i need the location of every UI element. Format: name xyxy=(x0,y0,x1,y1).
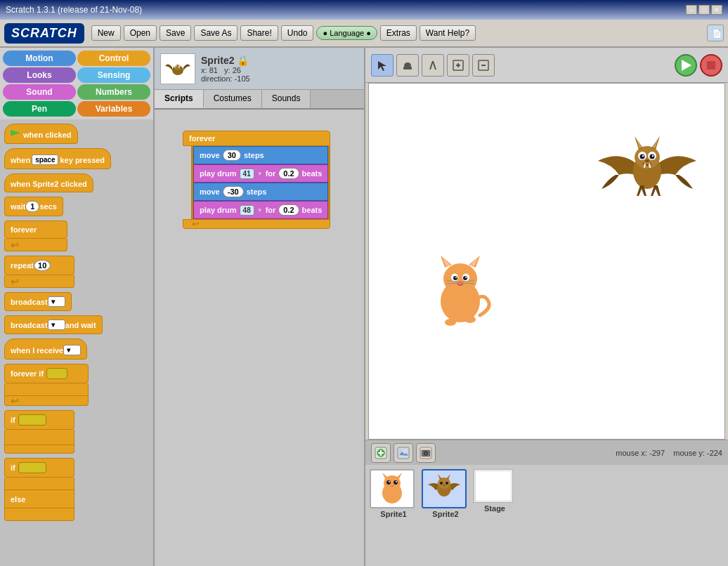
play-drum1-block[interactable]: play drum 41 ▼ for 0.2 beats xyxy=(193,164,328,183)
forever-inner: move 30 steps play drum 41 ▼ for 0.2 bea… xyxy=(191,146,330,219)
extras-button[interactable]: Extras xyxy=(380,25,417,41)
broadcast-block[interactable]: broadcast ▾ xyxy=(4,292,72,311)
sprite-name: Sprite2 xyxy=(201,55,234,66)
wait-label: wait xyxy=(11,202,25,211)
help-button[interactable]: Want Help? xyxy=(420,25,476,41)
green-flag-button[interactable] xyxy=(675,54,697,77)
move2-block[interactable]: move -30 steps xyxy=(193,183,328,201)
svg-point-74 xyxy=(438,478,450,489)
grow-tool-button[interactable] xyxy=(447,54,469,77)
window-title: Scratch 1.3.1 (release of 21-Nov-08) xyxy=(6,5,142,15)
play-drum1-label: play drum xyxy=(200,169,237,178)
forever-script-label: forever xyxy=(189,134,215,143)
x-label: x: xyxy=(201,66,207,74)
receive-dropdown[interactable]: ▾ xyxy=(63,345,81,355)
drum1-beats-input[interactable]: 0.2 xyxy=(278,168,299,179)
category-numbers[interactable]: Numbers xyxy=(77,84,150,100)
save-button[interactable]: Save xyxy=(160,25,191,41)
forever-if-block[interactable]: forever if xyxy=(4,364,89,383)
cut-tool-button[interactable] xyxy=(422,54,444,77)
block-row-if-else: if else xyxy=(4,458,149,521)
play-drum2-unit: beats xyxy=(302,206,323,214)
stop-button[interactable] xyxy=(700,54,722,77)
svg-point-79 xyxy=(440,482,443,485)
drum2-beats-input[interactable]: 0.2 xyxy=(278,204,299,216)
play-drum1-unit: beats xyxy=(302,169,323,178)
forever-script-group: forever move 30 steps play drum 41 ▼ xyxy=(183,131,330,229)
wait-input[interactable]: 1 xyxy=(25,201,39,212)
share-button[interactable]: Share! xyxy=(240,25,278,41)
when-clicked-block[interactable]: when clicked xyxy=(4,124,78,144)
shrink-tool-button[interactable] xyxy=(472,54,495,77)
move2-input[interactable]: -30 xyxy=(223,186,244,197)
stamp-tool-button[interactable] xyxy=(396,54,419,77)
undo-button[interactable]: Undo xyxy=(281,25,314,41)
stage-canvas[interactable] xyxy=(368,83,725,440)
drum2-dropdown[interactable]: 48 xyxy=(240,205,254,216)
forever-arrow-icon: ↩ xyxy=(11,239,19,251)
block-row-when-clicked: when clicked xyxy=(4,124,149,144)
save-as-button[interactable]: Save As xyxy=(194,25,238,41)
forever-script-top[interactable]: forever xyxy=(183,131,330,146)
svg-line-13 xyxy=(433,61,436,70)
broadcast-and-wait-block[interactable]: broadcast ▾ and wait xyxy=(4,315,103,334)
sprite2-item[interactable]: Sprite2 xyxy=(422,469,469,518)
svg-rect-57 xyxy=(378,452,384,454)
else-block: else xyxy=(4,490,74,508)
play-drum2-block[interactable]: play drum 48 ▼ for 0.2 beats xyxy=(193,201,328,219)
category-pen[interactable]: Pen xyxy=(3,101,76,117)
category-control[interactable]: Control xyxy=(77,51,150,66)
new-button[interactable]: New xyxy=(91,25,121,41)
svg-point-71 xyxy=(396,481,397,482)
drum1-dropdown[interactable]: 41 xyxy=(240,169,254,179)
broadcast-dropdown[interactable]: ▾ xyxy=(48,296,65,307)
forever-if-arrow-icon: ↩ xyxy=(11,395,19,407)
move1-block[interactable]: move 30 steps xyxy=(193,146,328,164)
svg-point-32 xyxy=(459,282,462,284)
new-sprite-paint-button[interactable] xyxy=(371,443,391,463)
when-sprite-clicked-label: when Sprite2 clicked xyxy=(11,180,87,188)
new-sprite-camera-button[interactable] xyxy=(416,443,436,463)
tab-sounds[interactable]: Sounds xyxy=(262,90,311,108)
repeat-input[interactable]: 10 xyxy=(34,260,51,271)
category-sensing[interactable]: Sensing xyxy=(77,67,150,83)
block-row-forever-if: forever if ↩ xyxy=(4,364,149,406)
sprites-toolbar: mouse x: -297 mouse y: -224 xyxy=(365,440,728,465)
when-receive-block[interactable]: when I receive ▾ xyxy=(4,338,87,360)
tab-scripts[interactable]: Scripts xyxy=(155,90,204,108)
move1-input[interactable]: 30 xyxy=(223,150,241,161)
window-controls[interactable]: − □ ✕ xyxy=(686,5,722,15)
stage-item[interactable]: Stage xyxy=(474,469,516,513)
help-icon[interactable]: 📄 xyxy=(707,25,724,41)
new-sprite-browse-button[interactable] xyxy=(394,443,413,463)
wait-block[interactable]: wait 1 secs xyxy=(4,197,63,216)
broadcast-wait-dropdown[interactable]: ▾ xyxy=(48,320,65,330)
when-sprite-clicked-block[interactable]: when Sprite2 clicked xyxy=(4,173,93,192)
arrow-tool-button[interactable] xyxy=(371,54,394,77)
language-button[interactable]: ● Language ● xyxy=(316,26,377,40)
scripts-canvas[interactable]: forever move 30 steps play drum 41 ▼ xyxy=(155,110,364,566)
sprite1-item[interactable]: Sprite1 xyxy=(370,469,417,518)
svg-text:📄: 📄 xyxy=(712,28,721,39)
block-row-receive: when I receive ▾ xyxy=(4,338,149,360)
category-variables[interactable]: Variables xyxy=(77,101,150,117)
tab-costumes[interactable]: Costumes xyxy=(204,90,262,108)
sprite-thumbnail xyxy=(160,53,195,84)
close-button[interactable]: ✕ xyxy=(711,5,722,15)
minimize-button[interactable]: − xyxy=(686,5,697,15)
key-dropdown[interactable]: space xyxy=(32,154,58,165)
svg-rect-15 xyxy=(457,63,459,67)
category-looks[interactable]: Looks xyxy=(3,67,76,83)
category-sound[interactable]: Sound xyxy=(3,84,76,100)
forever-block[interactable]: forever xyxy=(4,221,67,239)
maximize-button[interactable]: □ xyxy=(698,5,710,15)
repeat-block[interactable]: repeat 10 xyxy=(4,256,74,275)
when-key-block[interactable]: when space key pressed xyxy=(4,148,111,169)
if-else-block[interactable]: if xyxy=(4,458,74,478)
if-block[interactable]: if xyxy=(4,410,74,430)
play-drum1-for: for xyxy=(266,169,276,178)
category-motion[interactable]: Motion xyxy=(3,51,76,66)
open-button[interactable]: Open xyxy=(124,25,157,41)
sprite2-thumbnail xyxy=(422,469,467,508)
title-bar: Scratch 1.3.1 (release of 21-Nov-08) − □… xyxy=(0,0,728,20)
